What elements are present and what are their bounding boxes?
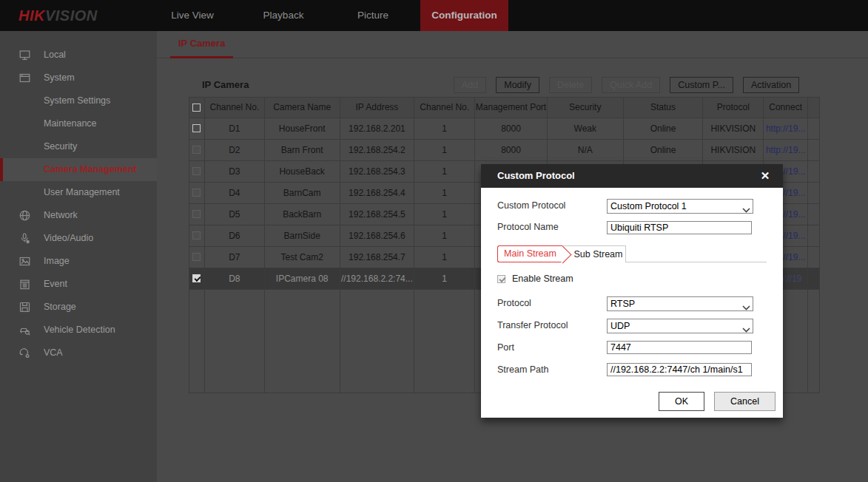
sidebar-item-image[interactable]: Image	[0, 250, 157, 273]
header-channel-no-2: Channel No.	[414, 98, 475, 118]
protocol-select[interactable]: RTSP	[607, 296, 753, 311]
hikvision-logo: HIKVISION	[18, 0, 98, 31]
cell-camera-name: Barn Front	[265, 140, 340, 160]
sidebar-item-user-management[interactable]: User Management	[0, 181, 157, 204]
network-icon	[19, 210, 30, 221]
row-checkbox[interactable]	[192, 189, 201, 197]
sidebar-item-label: Camera Management	[44, 158, 137, 181]
sidebar-item-label: User Management	[44, 181, 120, 204]
cell-status: Online	[624, 140, 704, 160]
row-checkbox[interactable]	[192, 167, 201, 175]
sidebar-item-label: System	[44, 67, 75, 89]
cell-protocol: HIKVISION	[703, 140, 764, 160]
cell-camera-name: Test Cam2	[265, 247, 340, 268]
header-security: Security	[548, 98, 624, 118]
custom-protocol-value: Custom Protocol 1	[610, 201, 687, 211]
tab-sub-stream[interactable]: Sub Stream	[562, 245, 626, 262]
cancel-button[interactable]: Cancel	[714, 392, 776, 411]
sidebar-item-maintenance[interactable]: Maintenance	[0, 112, 157, 135]
cell-ip-address: 192.168.254.5	[340, 204, 415, 225]
event-icon	[19, 279, 30, 290]
cell-channel-no: 1	[414, 204, 475, 225]
select-all-checkbox[interactable]	[192, 103, 201, 112]
connect-link[interactable]: http://19...	[764, 140, 808, 160]
nav-picture[interactable]: Picture	[354, 0, 392, 31]
enable-stream-checkbox[interactable]	[497, 275, 505, 283]
cell-channel: D1	[205, 118, 265, 139]
header-spacer	[808, 98, 819, 118]
cell-channel-no: 1	[414, 161, 475, 182]
row-checkbox[interactable]	[192, 253, 201, 261]
sidebar: Local System System Settings Maintenance…	[0, 31, 157, 482]
cell-camera-name: HouseFront	[265, 118, 340, 139]
vehicle-detection-icon	[19, 325, 30, 336]
row-checkbox[interactable]	[192, 124, 201, 132]
sidebar-item-vca[interactable]: VCA	[0, 342, 157, 364]
transfer-protocol-label: Transfer Protocol	[497, 320, 568, 330]
cell-channel-no: 1	[414, 140, 475, 160]
image-icon	[19, 256, 30, 267]
cell-channel-no: 1	[414, 225, 475, 246]
table-row[interactable]: D1 HouseFront 192.168.2.201 1 8000 Weak …	[189, 118, 819, 140]
sidebar-item-local[interactable]: Local	[0, 44, 157, 67]
header-ip-address: IP Address	[340, 98, 415, 118]
tab-ip-camera[interactable]: IP Camera	[170, 31, 233, 58]
sidebar-item-system[interactable]: System	[0, 67, 157, 89]
cell-spacer	[808, 204, 819, 225]
quick-add-button[interactable]: Quick Add	[602, 77, 660, 93]
nav-configuration[interactable]: Configuration	[420, 0, 508, 31]
cell-ip-address: 192.168.254.3	[340, 161, 415, 182]
sidebar-item-label: Vehicle Detection	[44, 319, 115, 342]
sidebar-item-vehicle-detection[interactable]: Vehicle Detection	[0, 319, 157, 342]
cell-spacer	[808, 268, 819, 289]
cell-ip-address: 192.168.254.2	[340, 140, 415, 160]
port-input[interactable]: 7447	[607, 341, 752, 354]
protocol-name-input[interactable]: Ubiquiti RTSP	[607, 221, 752, 234]
add-button[interactable]: Add	[454, 77, 486, 93]
cell-spacer	[808, 161, 819, 182]
delete-button[interactable]: Delete	[549, 77, 592, 93]
cell-ip-address: //192.168.2.2:74...	[340, 268, 415, 289]
custom-protocol-button[interactable]: Custom P...	[670, 77, 733, 93]
table-row[interactable]: D2 Barn Front 192.168.254.2 1 8000 N/A O…	[189, 140, 819, 161]
cell-camera-name: HouseBack	[265, 161, 340, 182]
cell-channel: D2	[205, 140, 265, 160]
custom-protocol-select[interactable]: Custom Protocol 1	[607, 199, 753, 214]
row-checkbox[interactable]	[192, 210, 201, 218]
sidebar-item-storage[interactable]: Storage	[0, 296, 157, 319]
cell-camera-name: BarnSide	[265, 225, 340, 246]
sidebar-item-label: Video/Audio	[44, 227, 93, 250]
stream-path-input[interactable]: //192.168.2.2:7447/ch 1/main/s1	[607, 363, 752, 376]
sidebar-item-event[interactable]: Event	[0, 273, 157, 296]
port-label: Port	[497, 342, 514, 353]
nav-live-view[interactable]: Live View	[164, 0, 221, 31]
sidebar-item-video-audio[interactable]: Video/Audio	[0, 227, 157, 250]
sidebar-item-camera-management[interactable]: Camera Management	[0, 158, 157, 181]
cell-channel-no: 1	[414, 268, 475, 289]
sidebar-item-security[interactable]: Security	[0, 135, 157, 158]
tab-main-stream[interactable]: Main Stream	[497, 245, 562, 262]
enable-stream-label: Enable Stream	[512, 274, 573, 284]
sidebar-item-label: Security	[44, 135, 77, 158]
sidebar-item-network[interactable]: Network	[0, 204, 157, 227]
sidebar-item-label: Local	[44, 44, 66, 67]
row-checkbox[interactable]	[192, 146, 201, 154]
header-camera-name: Camera Name	[265, 98, 340, 118]
cell-management-port: 8000	[475, 140, 548, 160]
ok-button[interactable]: OK	[659, 392, 704, 411]
connect-link[interactable]: http://19...	[764, 118, 808, 139]
row-checkbox[interactable]	[192, 231, 201, 240]
close-icon[interactable]: ✕	[756, 164, 774, 188]
nav-playback[interactable]: Playback	[259, 0, 308, 31]
modify-button[interactable]: Modify	[496, 77, 539, 93]
row-checkbox-checked[interactable]	[192, 274, 201, 282]
transfer-protocol-select[interactable]: UDP	[607, 319, 753, 333]
activation-button[interactable]: Activation	[743, 77, 799, 93]
sidebar-item-system-settings[interactable]: System Settings	[0, 89, 157, 112]
cell-channel: D8	[205, 268, 265, 289]
cell-spacer	[808, 225, 819, 246]
cell-spacer	[808, 118, 819, 139]
cell-channel-no: 1	[414, 183, 475, 203]
table-header-row: Channel No. Camera Name IP Address Chann…	[189, 98, 819, 118]
dialog-titlebar: Custom Protocol ✕	[481, 164, 783, 188]
